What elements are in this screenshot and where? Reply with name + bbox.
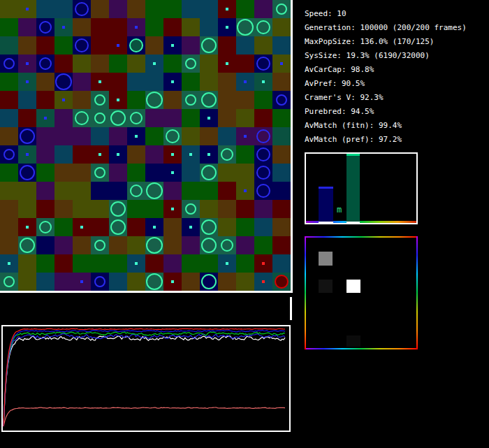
agent-dot (153, 62, 156, 65)
grid-cell (236, 109, 254, 127)
history-curves (3, 326, 286, 428)
grid-cell (0, 236, 18, 254)
grid-cell (218, 109, 236, 127)
grid-cell (18, 55, 36, 73)
grid-cell (91, 109, 109, 127)
grid-cell (200, 164, 218, 182)
grid-cell (109, 164, 127, 182)
agent-dot (153, 226, 156, 229)
grid-cell (73, 200, 91, 218)
grid-cell (163, 218, 182, 236)
heatmap-border-bottom (305, 348, 418, 349)
grid-cell (254, 127, 272, 145)
grid-cell (272, 254, 291, 273)
agent-circle (39, 21, 52, 34)
agent-dot (135, 135, 138, 138)
grid-cell (36, 0, 54, 18)
grid-cell (182, 182, 200, 200)
grid-cell (163, 109, 182, 127)
grid-cell (0, 218, 18, 236)
grid-cell (236, 273, 254, 291)
grid-cell (54, 145, 73, 164)
grid-cell (0, 18, 18, 36)
grid-cell (73, 218, 91, 236)
grid-cell (272, 145, 291, 164)
grid-cell (109, 254, 127, 273)
grid-cell (0, 182, 18, 200)
agent-dot (171, 171, 174, 174)
grid-cell (218, 91, 236, 109)
grid-cell (200, 18, 218, 36)
grid-cell (254, 254, 272, 273)
grid-cell (73, 55, 91, 73)
grid-cell (272, 236, 291, 254)
grid-cell (145, 127, 163, 145)
agent-circle (256, 166, 270, 180)
agent-circle (110, 219, 126, 235)
grid-cell (163, 0, 182, 18)
grid-cell (236, 91, 254, 109)
agent-filled-circle (129, 38, 143, 52)
grid-cell (18, 273, 36, 291)
agent-dot (26, 80, 29, 83)
grid-cell (109, 273, 127, 291)
grid-cell (109, 218, 127, 236)
grid-cell (200, 218, 218, 236)
grid-cell (73, 236, 91, 254)
grid-cell (254, 18, 272, 36)
grid-cell (254, 236, 272, 254)
agent-circle (75, 111, 89, 125)
grid-cell (200, 145, 218, 164)
grid-cell (36, 164, 54, 182)
agent-dot (262, 280, 265, 283)
grid-cell (272, 18, 291, 36)
history-series-avpref (3, 336, 285, 426)
grid-cell (182, 218, 200, 236)
grid-cell (109, 91, 127, 109)
grid-cell (163, 236, 182, 254)
grid-cell (91, 200, 109, 218)
grid-cell (0, 200, 18, 218)
grid-cell (127, 145, 145, 164)
grid-cell (54, 254, 73, 273)
grid-cell (200, 91, 218, 109)
grid-cell (109, 73, 127, 91)
agent-dot (62, 99, 65, 101)
grid-cell (91, 145, 109, 164)
grid-cell (182, 236, 200, 254)
agent-circle (94, 240, 105, 251)
grid-cell (272, 164, 291, 182)
grid-cell (163, 254, 182, 273)
agent-circle (185, 203, 196, 215)
grid-cell (218, 55, 236, 73)
grid-cell (54, 18, 73, 36)
grid-cell (73, 18, 91, 36)
stat-line: Generation: 100000 (200/200 frames) (305, 21, 486, 35)
grid-cell (54, 91, 73, 109)
grid-cell (272, 109, 291, 127)
grid-cell (200, 55, 218, 73)
grid-cell (127, 127, 145, 145)
grid-cell (127, 254, 145, 273)
agent-dot (117, 153, 119, 156)
grid-cell (145, 73, 163, 91)
agent-circle (3, 149, 15, 160)
grid-cell (127, 182, 145, 200)
agent-dot (280, 62, 283, 65)
grid-cell (127, 55, 145, 73)
simulation-grid[interactable] (0, 0, 291, 291)
agent-dot (80, 280, 83, 283)
heatmap-cell (319, 280, 333, 293)
grid-cell (0, 91, 18, 109)
grid-cell (91, 273, 109, 291)
grid-right-border (291, 0, 293, 293)
history-series-avmatch-pref- (3, 331, 285, 427)
grid-cell (218, 254, 236, 273)
grid-cell (54, 273, 73, 291)
grid-cell (163, 182, 182, 200)
agent-dot (244, 80, 247, 83)
grid-cell (254, 36, 272, 55)
grid-cell (91, 0, 109, 18)
grid-cell (36, 73, 54, 91)
agent-circle (201, 274, 217, 289)
